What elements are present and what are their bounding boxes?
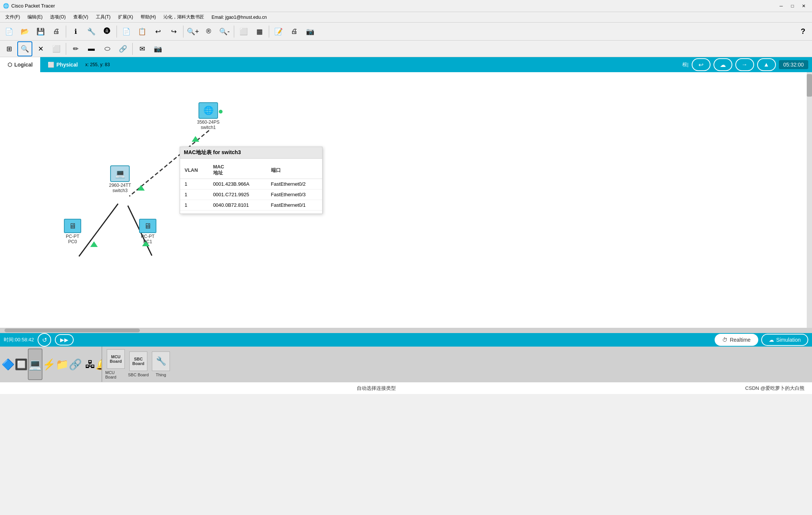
sep5 xyxy=(269,26,269,38)
time-reset-button[interactable]: ↺ xyxy=(38,333,51,347)
search-button[interactable]: 🔍 xyxy=(17,41,32,56)
cancel-button[interactable]: ✕ xyxy=(33,41,48,56)
menu-file[interactable]: 文件(F) xyxy=(2,13,24,21)
line-button[interactable]: ▬ xyxy=(84,41,99,56)
tab-physical[interactable]: ⬜ Physical xyxy=(40,57,85,72)
zoom-out-button[interactable]: 🔍- xyxy=(217,24,232,39)
close-button[interactable]: ✕ xyxy=(798,2,809,10)
menu-view[interactable]: 查看(V) xyxy=(70,13,92,21)
oval-button[interactable]: ⬭ xyxy=(100,41,115,56)
device-switch1[interactable]: 🌐 3560-24PS switch1 xyxy=(197,102,220,130)
hscroll-thumb[interactable] xyxy=(5,329,140,332)
simulation-label: Simulation xyxy=(776,337,801,343)
realtime-button[interactable]: ⏱ Realtime xyxy=(715,334,758,346)
help-button[interactable]: ? xyxy=(795,24,810,39)
save-button[interactable]: 💾 xyxy=(33,24,48,39)
end-devices-icon: 💻 xyxy=(29,358,42,371)
network-icon: 🖧 xyxy=(85,358,95,371)
undo-button[interactable]: ↩ xyxy=(150,24,165,39)
print2-button[interactable]: 🖨 xyxy=(287,24,302,39)
menu-extend[interactable]: 扩展(X) xyxy=(114,13,137,21)
switch1-link-light xyxy=(219,110,223,114)
scrollbar-thumb[interactable] xyxy=(807,74,812,97)
pc0-icon: 🖥 xyxy=(64,219,81,233)
palette-cat-connections[interactable]: ⚡ xyxy=(42,348,56,380)
palette-cat-routers[interactable]: 🔷 xyxy=(2,348,15,380)
menu-bar: 文件(F) 编辑(E) 选项(O) 查看(V) 工具(T) 扩展(X) 帮助(H… xyxy=(0,12,812,23)
maximize-button[interactable]: □ xyxy=(787,2,798,10)
misc-icon: 📁 xyxy=(56,358,69,371)
new-button[interactable]: 📄 xyxy=(2,24,17,39)
svg-marker-4 xyxy=(137,185,145,191)
palette-item-network[interactable]: 🖧 xyxy=(85,348,95,380)
info-button[interactable]: ℹ xyxy=(68,24,83,39)
horizontal-scrollbar[interactable] xyxy=(0,328,812,333)
menu-extra1: 沁化，湖科大数书匠 xyxy=(160,13,208,21)
svg-marker-3 xyxy=(192,136,199,142)
open-button[interactable]: 📂 xyxy=(17,24,32,39)
print-button[interactable]: 🖨 xyxy=(49,24,64,39)
palette-cat-misc[interactable]: 📁 xyxy=(56,348,69,380)
thing-icon: 🔧 xyxy=(152,351,170,371)
snapshot-button[interactable]: 📷 xyxy=(303,24,318,39)
bottom-status-bar: 时间:00:58:42 ↺ ▶▶ ⏱ Realtime ☁ Simulation xyxy=(0,333,812,347)
menu-options[interactable]: 选项(O) xyxy=(46,13,69,21)
tab-logical[interactable]: ⬡ Logical xyxy=(0,57,40,72)
vertical-scrollbar[interactable] xyxy=(807,72,812,328)
nav-chart-button[interactable]: ▲ xyxy=(757,58,776,71)
envelope-button[interactable]: ✉ xyxy=(135,41,150,56)
sbc-board-label: SBC Board xyxy=(128,373,148,377)
mac-cell-port-1: FastEthernet0/3 xyxy=(267,189,322,200)
mac-cell-port-2: FastEthernet0/1 xyxy=(267,200,322,211)
paste-button[interactable]: 📋 xyxy=(135,24,150,39)
palette-cat-multiuser[interactable]: 🔗 xyxy=(69,348,82,380)
root-label: 根| xyxy=(682,61,688,68)
main-canvas[interactable]: 🌐 3560-24PS switch1 💻 2960-24TT switch3 … xyxy=(0,72,812,328)
inspect-button[interactable]: 🔧 xyxy=(84,24,99,39)
nav-cloud-button[interactable]: ☁ xyxy=(714,58,732,71)
minimize-button[interactable]: ─ xyxy=(776,2,786,10)
notes-button[interactable]: 📝 xyxy=(271,24,286,39)
view1-button[interactable]: ⬜ xyxy=(236,24,251,39)
mac-table-title: MAC地址表 for switch3 xyxy=(180,147,322,159)
palette-mcu-board[interactable]: MCUBoard MCU Board xyxy=(105,348,126,380)
palette-cat-switches[interactable]: 🔲 xyxy=(15,348,28,380)
simulation-icon: ☁ xyxy=(769,337,774,343)
nav-forward-button[interactable]: → xyxy=(735,58,754,71)
view2-button[interactable]: ▦ xyxy=(252,24,267,39)
palette-sbc-board[interactable]: SBCBoard SBC Board xyxy=(128,348,149,380)
text-button[interactable]: 🅐 xyxy=(100,24,115,39)
col-mac: MAC地址 xyxy=(209,162,267,179)
switch3-icon: 💻 xyxy=(110,165,130,182)
rect-select-button[interactable]: ⬜ xyxy=(49,41,64,56)
zoom-in-button[interactable]: 🔍+ xyxy=(185,24,200,39)
camera-button[interactable]: 📷 xyxy=(150,41,165,56)
draw-button[interactable]: ✏ xyxy=(68,41,83,56)
mac-cell-vlan-2: 1 xyxy=(180,200,209,211)
nav-back-button[interactable]: ↩ xyxy=(692,58,710,71)
device-pc1[interactable]: 🖥 PC-PT PC1 xyxy=(139,219,156,244)
link-button[interactable]: 🔗 xyxy=(115,41,130,56)
thing-label: Thing xyxy=(156,373,166,377)
menu-tools[interactable]: 工具(T) xyxy=(92,13,114,21)
left-palette: 🔷 🔲 💻 ⚡ 📁 🔗 🖧 🔔 ⏱ xyxy=(0,347,102,382)
palette-cat-end-devices[interactable]: 💻 xyxy=(28,348,42,380)
simulation-button[interactable]: ☁ Simulation xyxy=(761,334,808,346)
sep2 xyxy=(117,26,117,38)
realtime-icon: ⏱ xyxy=(722,337,727,343)
device-pc0[interactable]: 🖥 PC-PT PC0 xyxy=(64,219,81,244)
status-bar: 自动选择连接类型 CSDN @爱吃萝卜的大白熊 xyxy=(0,382,812,394)
zoom-reset-button[interactable]: ® xyxy=(201,24,216,39)
palette-thing[interactable]: 🔧 Thing xyxy=(150,348,171,380)
time-text: 时间:00:58:42 xyxy=(4,336,34,343)
select-button[interactable]: ⊞ xyxy=(2,41,17,56)
fast-forward-button[interactable]: ▶▶ xyxy=(55,334,74,345)
menu-edit[interactable]: 编辑(E) xyxy=(24,13,46,21)
menu-help[interactable]: 帮助(H) xyxy=(137,13,160,21)
copy-button[interactable]: 📄 xyxy=(119,24,134,39)
device-switch3[interactable]: 💻 2960-24TT switch3 xyxy=(109,165,131,193)
redo-button[interactable]: ↪ xyxy=(166,24,181,39)
status-center: 自动选择连接类型 xyxy=(357,385,396,392)
mac-table-popup: MAC地址表 for switch3 VLAN MAC地址 端口 10001.4… xyxy=(180,147,323,214)
title-bar: 🌐 Cisco Packet Tracer ─ □ ✕ xyxy=(0,0,812,12)
